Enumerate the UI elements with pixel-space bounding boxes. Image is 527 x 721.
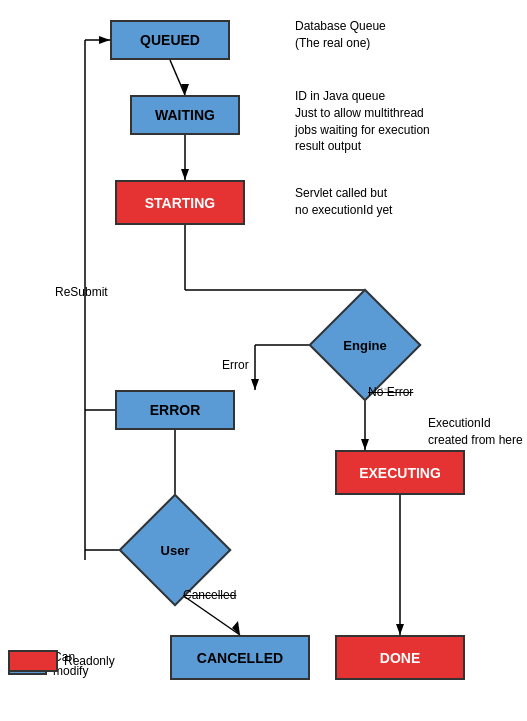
error-node: ERROR: [115, 390, 235, 430]
legend-red: [8, 650, 58, 672]
annotation-database-queue: Database Queue (The real one): [295, 18, 386, 52]
engine-diamond-wrapper: Engine: [325, 305, 405, 385]
waiting-label: WAITING: [155, 107, 215, 123]
done-label: DONE: [380, 650, 420, 666]
svg-marker-12: [361, 439, 369, 450]
starting-label: STARTING: [145, 195, 216, 211]
queued-node: QUEUED: [110, 20, 230, 60]
annotation-cancelled: Cancelled: [183, 588, 236, 602]
arrows-svg: [0, 0, 527, 721]
cancelled-label: CANCELLED: [197, 650, 283, 666]
svg-marker-1: [181, 84, 189, 95]
legend-readonly: Readonly: [8, 650, 115, 672]
queued-label: QUEUED: [140, 32, 200, 48]
diagram-container: QUEUED WAITING STARTING ERROR EXECUTING …: [0, 0, 527, 721]
annotation-resubmit: ReSubmit: [55, 285, 108, 299]
annotation-servlet: Servlet called but no executionId yet: [295, 185, 392, 219]
waiting-node: WAITING: [130, 95, 240, 135]
annotation-execution-id: ExecutionId created from here: [428, 415, 523, 449]
annotation-error: Error: [222, 358, 249, 372]
executing-label: EXECUTING: [359, 465, 441, 481]
svg-marker-17: [232, 621, 240, 635]
user-diamond-wrapper: User: [135, 510, 215, 590]
user-diamond-label: User: [135, 510, 215, 590]
svg-marker-10: [251, 379, 259, 390]
error-label: ERROR: [150, 402, 201, 418]
legend-readonly-label: Readonly: [64, 654, 115, 668]
engine-diamond-label: Engine: [325, 305, 405, 385]
svg-marker-3: [181, 169, 189, 180]
annotation-id-java: ID in Java queue Just to allow multithre…: [295, 88, 430, 155]
annotation-no-error: No Error: [368, 385, 413, 399]
executing-node: EXECUTING: [335, 450, 465, 495]
cancelled-node: CANCELLED: [170, 635, 310, 680]
done-node: DONE: [335, 635, 465, 680]
starting-node: STARTING: [115, 180, 245, 225]
svg-marker-21: [99, 36, 110, 44]
svg-marker-19: [396, 624, 404, 635]
svg-line-0: [170, 60, 185, 95]
